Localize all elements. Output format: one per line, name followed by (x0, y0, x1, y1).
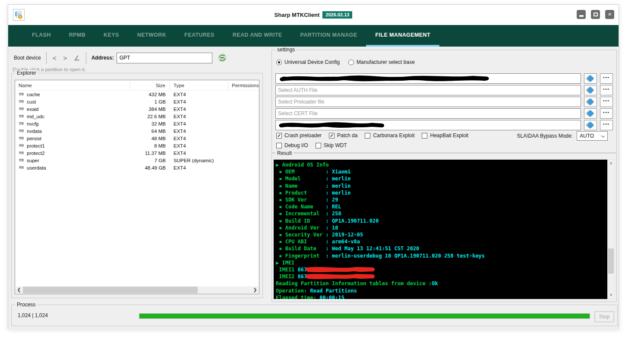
minimize-icon (579, 15, 584, 17)
partition-row-md-udc[interactable]: md_udc22.6 MBEXT4 (15, 113, 259, 120)
column-header-type[interactable]: Type (170, 82, 228, 89)
app-window: Sharp MTKClient 2026.02.13 ✕ FLASHRPMBKE… (8, 4, 619, 329)
stop-button[interactable]: Stop (594, 311, 614, 322)
column-header-permissions[interactable]: Permissions (228, 82, 259, 89)
checkbox-carbonara-exploit[interactable]: Carbonara Exploit (365, 132, 414, 139)
clear-file-button[interactable] (584, 73, 597, 84)
main-content: Boot device < > ∠ Address: D (8, 47, 619, 330)
radio-universal-device-config[interactable]: Universal Device Config (276, 59, 340, 65)
checkbox-row-2: Debug I/OSkip WDT (276, 142, 347, 148)
ellipsis-icon: ••• (603, 99, 609, 105)
process-counter: 1,024 | 1,024 (18, 312, 48, 318)
partition-row-userdata[interactable]: userdata48.49 GBEXT4 (15, 164, 259, 171)
window-title: Sharp MTKClient (275, 12, 320, 18)
browse-file-button[interactable]: ••• (600, 97, 613, 107)
scroll-up-icon[interactable]: ∧ (608, 160, 614, 167)
column-header-size[interactable]: Size (130, 82, 170, 89)
partition-row-protect2[interactable]: protect211.37 MBEXT4 (15, 149, 259, 157)
minimize-button[interactable] (577, 10, 586, 19)
partition-row-persist[interactable]: persist48 MBEXT4 (15, 135, 259, 142)
eraser-icon (587, 98, 594, 106)
version-badge: 2026.02.13 (322, 11, 352, 19)
partition-name: persist (15, 136, 130, 141)
clear-file-button[interactable] (584, 97, 597, 107)
file-input-placeholder: Select CERT File (278, 110, 318, 116)
clear-file-button[interactable] (584, 120, 597, 130)
maximize-button[interactable] (591, 10, 600, 19)
tab-bar: FLASHRPMBKEYSNETWORKFEATURESREAD AND WRI… (8, 25, 619, 47)
file-input-row-2: Select AUTH File••• (275, 85, 613, 95)
file-path-input[interactable]: Select Preloader file (275, 97, 581, 107)
up-level-icon[interactable]: ∠ (74, 55, 79, 61)
tab-partition-manage[interactable]: PARTITION MANAGE (291, 25, 366, 47)
terminal-line: ▪ Build Date: Wed May 13 12:41:51 CST 20… (276, 245, 607, 252)
browse-file-button[interactable]: ••• (600, 85, 613, 95)
terminal-line: ▪ Fingerprint: merlin-userdebug 10 QP1A.… (276, 252, 607, 259)
address-input[interactable] (117, 53, 212, 63)
checkbox-heapbait-exploit[interactable]: HeapBait Exploit (422, 132, 468, 139)
forward-arrow-icon[interactable]: > (63, 55, 67, 61)
partition-row-protect1[interactable]: protect18 MBEXT4 (15, 142, 259, 149)
terminal-line: ▪ Build ID: QP1A.190711.020 (276, 217, 607, 224)
ellipsis-icon: ••• (603, 111, 609, 116)
tab-file-management[interactable]: FILE MANAGEMENT (366, 25, 439, 47)
clear-file-button[interactable] (584, 108, 597, 119)
eraser-icon (587, 110, 594, 117)
tab-rpmb[interactable]: RPMB (60, 25, 95, 47)
settings-group: settings Universal Device ConfigManufact… (271, 50, 617, 153)
file-path-input[interactable] (275, 120, 581, 130)
chevron-down-icon (601, 134, 605, 138)
checkbox-skip-wdt[interactable]: Skip WDT (316, 142, 347, 148)
partition-row-nvdata[interactable]: nvdata64 MBEXT4 (15, 127, 259, 135)
ellipsis-icon: ••• (603, 123, 609, 128)
partition-size: 48.49 GB (130, 165, 170, 170)
tab-read-and-write[interactable]: READ AND WRITE (224, 25, 291, 47)
drive-icon (19, 165, 24, 170)
partition-size: 22.6 MB (130, 114, 170, 119)
close-button[interactable]: ✕ (605, 10, 614, 19)
refresh-button[interactable] (218, 53, 227, 63)
maximize-icon (593, 13, 598, 16)
partition-size: 48 MB (130, 136, 170, 141)
file-path-input[interactable]: Select CERT File (275, 108, 581, 119)
tab-features[interactable]: FEATURES (175, 25, 224, 47)
back-arrow-icon[interactable]: < (53, 55, 57, 61)
terminal-output: ▶ Android OS Info ▪ OEM: Xiaomi ▪ Model:… (274, 160, 607, 299)
file-input-row-4: Select CERT File••• (275, 108, 613, 119)
tab-keys[interactable]: KEYS (95, 25, 128, 47)
checkbox-patch-da[interactable]: ✓Patch da (329, 132, 357, 139)
browse-file-button[interactable]: ••• (600, 108, 613, 119)
partition-row-cust[interactable]: cust1 GBEXT4 (15, 98, 259, 105)
drive-icon (19, 92, 24, 97)
checkbox-debug-i-o[interactable]: Debug I/O (276, 142, 308, 148)
terminal-line: ▪ Android Ver: 10 (276, 224, 607, 231)
partition-row-nvcfg[interactable]: nvcfg32 MBEXT4 (15, 120, 259, 127)
boot-device-button[interactable]: Boot device (11, 55, 46, 61)
radio-manufacturer-select-base[interactable]: Manufacturer select base (348, 59, 415, 65)
browse-file-button[interactable]: ••• (600, 73, 613, 84)
tab-flash[interactable]: FLASH (23, 25, 60, 47)
bypass-mode-select[interactable]: AUTO (577, 131, 608, 141)
drive-icon (19, 158, 24, 163)
file-path-input[interactable] (275, 73, 581, 84)
checkbox-crash-preloader[interactable]: ✓Crash preloader (276, 132, 322, 139)
tab-network[interactable]: NETWORK (128, 25, 175, 47)
clear-file-button[interactable] (584, 85, 597, 95)
vertical-scrollbar[interactable]: ∧ ∨ (607, 160, 615, 299)
horizontal-scrollbar-thumb[interactable] (23, 286, 198, 293)
scroll-left-icon[interactable]: ❮ (16, 286, 22, 293)
partition-row-exaid[interactable]: exaid384 MBEXT4 (15, 105, 259, 113)
partition-name: super (15, 158, 130, 163)
checkbox-label: Skip WDT (324, 142, 347, 148)
browse-file-button[interactable]: ••• (600, 120, 613, 130)
partition-row-super[interactable]: super7 GBSUPER (dynamic) (15, 157, 259, 164)
vertical-scrollbar-thumb[interactable] (608, 249, 614, 274)
file-path-input[interactable]: Select AUTH File (275, 85, 581, 95)
scroll-right-icon[interactable]: ❯ (252, 286, 259, 293)
explorer-group: Explorer Name Size Type Permissions cach… (11, 73, 263, 298)
partition-row-cache[interactable]: cache432 MBEXT4 (15, 91, 259, 98)
scroll-down-icon[interactable]: ∨ (608, 292, 614, 299)
horizontal-scrollbar[interactable]: ❮ ❯ (16, 286, 259, 293)
column-header-name[interactable]: Name (15, 82, 130, 89)
terminal-line: ▪ SDK Ver: 29 (276, 196, 607, 203)
